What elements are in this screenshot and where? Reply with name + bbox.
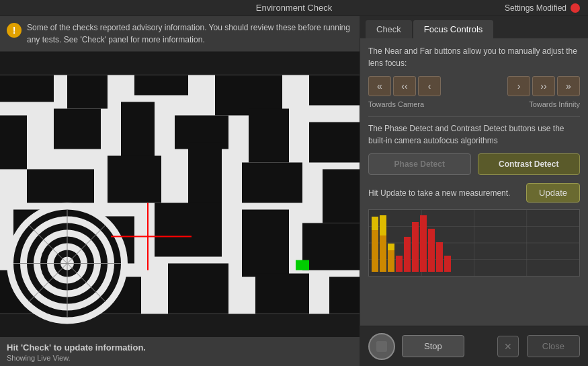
svg-rect-5: [309, 75, 360, 106]
svg-rect-16: [323, 170, 360, 223]
infinity-buttons: › ›› »: [507, 76, 580, 96]
towards-infinity-label: Towards Infinity: [529, 100, 580, 108]
divider-1: [368, 116, 580, 117]
warning-icon: !: [7, 23, 22, 38]
right-panel: Check Focus Controls The Near and Far bu…: [360, 16, 588, 366]
settings-modified-label: Settings Modified: [505, 3, 566, 13]
svg-rect-15: [242, 163, 302, 203]
svg-rect-24: [168, 264, 228, 314]
svg-rect-51: [380, 235, 386, 272]
settings-modified-indicator: [571, 3, 580, 13]
camera-feed: [0, 52, 360, 337]
advisory-banner: ! Some of the checks reported advisory i…: [0, 16, 360, 52]
update-button[interactable]: Update: [526, 183, 580, 203]
stop-icon: [376, 341, 387, 352]
tab-content: The Near and Far buttons allow you to ma…: [360, 38, 588, 326]
svg-rect-58: [420, 215, 427, 272]
af-description: The Phase Detect and Contrast Detect but…: [368, 122, 580, 147]
far-right-btn[interactable]: ››: [532, 76, 555, 96]
svg-rect-49: [372, 230, 378, 272]
svg-rect-19: [155, 203, 222, 257]
update-row: Hit Update to take a new measurement. Up…: [368, 183, 580, 203]
advisory-text: Some of the checks reported advisory inf…: [27, 22, 353, 46]
histogram: [368, 209, 580, 277]
svg-rect-40: [296, 260, 309, 270]
close-x-button[interactable]: ✕: [497, 336, 519, 357]
left-bottom: Hit 'Check' to update information. Showi…: [0, 337, 360, 366]
svg-rect-2: [67, 75, 108, 109]
camera-view: [0, 52, 360, 337]
tabs: Check Focus Controls: [360, 16, 588, 38]
svg-rect-50: [372, 217, 378, 230]
focus-buttons-row: « ‹‹ ‹ › ›› »: [368, 76, 580, 96]
svg-rect-10: [249, 109, 289, 163]
hint-text: Hit 'Check' to update information.: [7, 342, 353, 353]
svg-rect-61: [444, 256, 451, 272]
live-view-label: Showing Live View.: [7, 354, 353, 362]
svg-rect-21: [302, 223, 360, 270]
svg-rect-60: [436, 242, 443, 272]
svg-rect-52: [380, 215, 386, 235]
tab-check[interactable]: Check: [366, 20, 412, 38]
update-description: Hit Update to take a new measurement.: [368, 188, 510, 198]
histogram-grid: [369, 210, 579, 276]
svg-rect-8: [121, 102, 155, 163]
left-btn[interactable]: ‹: [418, 76, 441, 96]
svg-rect-6: [0, 116, 27, 170]
stop-icon-button[interactable]: [368, 333, 395, 360]
stop-button[interactable]: Stop: [402, 335, 464, 357]
right-btn[interactable]: ›: [507, 76, 530, 96]
svg-rect-54: [388, 244, 394, 250]
svg-rect-26: [329, 277, 360, 314]
near-buttons: « ‹‹ ‹: [368, 76, 441, 96]
svg-rect-53: [388, 250, 394, 272]
bottom-bar: Stop ✕ Close: [360, 326, 588, 366]
svg-rect-14: [188, 143, 222, 210]
tab-focus-controls[interactable]: Focus Controls: [413, 20, 493, 38]
focus-labels: Towards Camera Towards Infinity: [368, 100, 580, 108]
left-panel: ! Some of the checks reported advisory i…: [0, 16, 360, 366]
far-far-right-btn[interactable]: »: [557, 76, 580, 96]
far-far-left-btn[interactable]: «: [368, 76, 391, 96]
svg-rect-7: [54, 109, 101, 149]
svg-rect-57: [412, 222, 419, 272]
window-title: Environment Check: [199, 3, 390, 13]
towards-camera-label: Towards Camera: [368, 100, 424, 108]
close-group: ✕ Close: [497, 335, 580, 357]
svg-rect-25: [255, 274, 309, 314]
close-button[interactable]: Close: [527, 335, 580, 357]
main-layout: ! Some of the checks reported advisory i…: [0, 16, 588, 366]
stop-group: Stop: [368, 333, 464, 360]
contrast-detect-btn[interactable]: Contrast Detect: [478, 153, 581, 175]
svg-rect-13: [108, 156, 161, 203]
svg-rect-3: [134, 75, 188, 96]
svg-rect-11: [309, 122, 360, 163]
svg-rect-55: [396, 256, 403, 272]
svg-rect-56: [404, 237, 411, 272]
settings-status: Settings Modified: [389, 3, 580, 13]
af-buttons: Phase Detect Contrast Detect: [368, 153, 580, 175]
svg-rect-1: [0, 75, 54, 102]
svg-rect-59: [428, 229, 435, 272]
phase-detect-btn[interactable]: Phase Detect: [368, 153, 471, 175]
focus-description: The Near and Far buttons allow you to ma…: [368, 45, 580, 69]
svg-rect-12: [27, 170, 94, 203]
title-bar: Environment Check Settings Modified: [0, 0, 588, 16]
svg-rect-20: [242, 210, 289, 277]
far-left-btn[interactable]: ‹‹: [393, 76, 416, 96]
